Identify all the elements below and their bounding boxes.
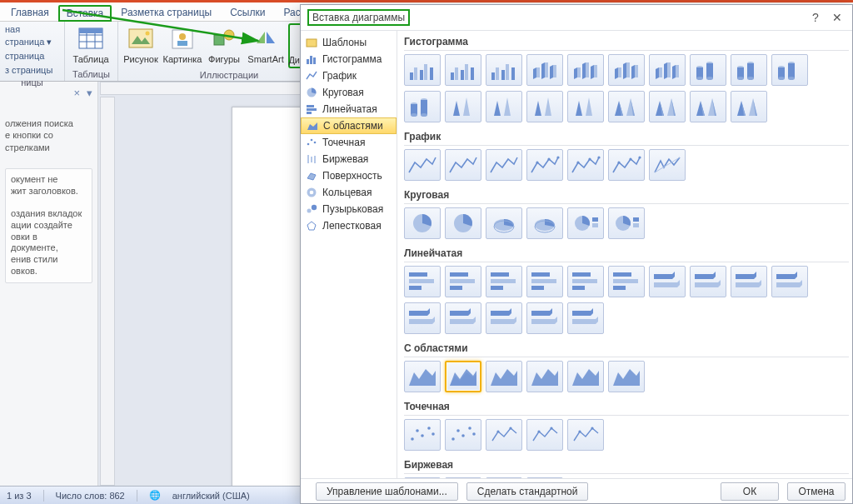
manage-templates-button[interactable]: Управление шаблонами... xyxy=(316,482,458,501)
cat-templates[interactable]: Шаблоны xyxy=(301,34,397,51)
chart-thumb[interactable] xyxy=(690,266,726,297)
chart-thumb[interactable] xyxy=(771,266,808,297)
tab-links[interactable]: Ссылки xyxy=(221,3,274,21)
chart-thumb[interactable] xyxy=(649,54,686,86)
cat-line[interactable]: График xyxy=(301,67,397,84)
status-words[interactable]: Число слов: 862 xyxy=(56,491,125,501)
chart-thumb[interactable] xyxy=(608,149,645,181)
cat-pie[interactable]: Круговая xyxy=(301,84,397,101)
chart-thumb[interactable] xyxy=(608,266,645,297)
nav-cover-page[interactable]: ная страница ▾ xyxy=(5,23,61,48)
chart-thumb[interactable] xyxy=(567,361,604,392)
dialog-help-button[interactable]: ? xyxy=(806,8,826,27)
chart-thumb[interactable] xyxy=(567,302,604,334)
chart-thumb[interactable] xyxy=(486,149,522,181)
chart-thumb[interactable] xyxy=(404,207,441,239)
chart-thumb[interactable] xyxy=(567,419,604,451)
chart-thumb[interactable] xyxy=(404,419,441,451)
chart-thumb[interactable] xyxy=(445,207,481,239)
chart-thumb[interactable] xyxy=(608,361,645,392)
chart-thumb[interactable] xyxy=(771,54,808,86)
chart-thumb[interactable] xyxy=(649,149,686,181)
chart-thumb[interactable] xyxy=(445,302,481,334)
table-button[interactable]: Таблица xyxy=(68,23,113,67)
chart-thumb[interactable] xyxy=(608,207,645,239)
chart-thumb[interactable] xyxy=(526,54,563,86)
chart-thumb[interactable] xyxy=(649,91,686,122)
chart-thumb[interactable] xyxy=(567,91,604,122)
cat-scatter[interactable]: Точечная xyxy=(301,134,397,151)
svg-rect-163 xyxy=(572,286,585,290)
nav-dropdown-icon[interactable]: ▾ xyxy=(87,87,92,99)
cat-stock[interactable]: Биржевая xyxy=(301,151,397,167)
dialog-close-button[interactable]: ✕ xyxy=(827,8,847,27)
chart-thumb[interactable] xyxy=(404,54,441,86)
chart-thumb[interactable] xyxy=(486,361,522,392)
chart-thumb[interactable] xyxy=(486,266,522,297)
chart-thumb[interactable] xyxy=(445,419,481,451)
chart-thumb[interactable] xyxy=(445,361,481,392)
chart-thumb[interactable] xyxy=(404,266,441,297)
clipart-button[interactable]: Картинка xyxy=(162,23,203,67)
chart-thumb[interactable] xyxy=(445,91,481,122)
picture-icon xyxy=(127,26,154,52)
svg-point-134 xyxy=(617,161,620,163)
nav-page-break[interactable]: з страницы xyxy=(5,64,52,77)
chart-thumb[interactable] xyxy=(690,91,726,122)
status-page[interactable]: 1 из 3 xyxy=(7,491,32,501)
tab-home[interactable]: Главная xyxy=(2,3,58,21)
cancel-button[interactable]: Отмена xyxy=(787,482,846,501)
set-default-button[interactable]: Сделать стандартной xyxy=(466,482,589,501)
chart-thumb[interactable] xyxy=(404,361,441,392)
chart-thumb[interactable] xyxy=(404,302,441,334)
chart-thumb[interactable] xyxy=(486,419,522,451)
chart-thumb[interactable] xyxy=(649,266,686,297)
chart-thumb[interactable] xyxy=(608,54,645,86)
chart-thumb[interactable] xyxy=(526,266,563,297)
nav-close-icon[interactable]: × xyxy=(73,87,80,99)
cat-bubble[interactable]: Пузырьковая xyxy=(301,201,397,217)
tab-layout[interactable]: Разметка страницы xyxy=(112,3,221,21)
cat-radar[interactable]: Лепестковая xyxy=(301,217,397,234)
chart-gallery[interactable]: Гистограмма График Круговая Линейчатая С… xyxy=(397,31,852,478)
chart-thumb[interactable] xyxy=(526,91,563,122)
group-pages: ницы xyxy=(3,76,61,89)
chart-thumb[interactable] xyxy=(690,54,726,86)
ok-button[interactable]: ОК xyxy=(721,482,779,501)
chart-thumb[interactable] xyxy=(608,91,645,122)
chart-thumb[interactable] xyxy=(731,91,767,122)
chart-thumb[interactable] xyxy=(445,54,481,86)
chart-thumb[interactable] xyxy=(731,54,767,86)
chart-thumb[interactable] xyxy=(526,419,563,451)
chart-thumb[interactable] xyxy=(404,149,441,181)
chart-thumb[interactable] xyxy=(486,54,522,86)
svg-marker-72 xyxy=(631,65,635,79)
chart-thumb[interactable] xyxy=(526,207,563,239)
chart-thumb[interactable] xyxy=(526,302,563,334)
cat-bar[interactable]: Линейчатая xyxy=(301,101,397,117)
cat-donut[interactable]: Кольцевая xyxy=(301,184,397,201)
cat-column[interactable]: Гистограмма xyxy=(301,51,397,67)
chart-thumb[interactable] xyxy=(567,54,604,86)
chart-thumb[interactable] xyxy=(526,361,563,392)
cat-area[interactable]: С областями xyxy=(301,117,397,134)
chart-thumb[interactable] xyxy=(567,149,604,181)
chart-thumb[interactable] xyxy=(486,302,522,334)
chart-thumb[interactable] xyxy=(526,149,563,181)
chart-thumb[interactable] xyxy=(445,266,481,297)
status-language[interactable]: английский (США) xyxy=(172,491,250,501)
smartart-button[interactable]: SmartArt xyxy=(245,23,287,67)
chart-thumb[interactable] xyxy=(445,149,481,181)
chart-thumb[interactable] xyxy=(567,207,604,239)
chart-thumb[interactable] xyxy=(731,266,767,297)
chart-thumb[interactable] xyxy=(486,91,522,122)
tab-insert[interactable]: Вставка xyxy=(58,5,112,22)
chart-thumb[interactable] xyxy=(567,266,604,297)
svg-rect-151 xyxy=(409,286,422,290)
shapes-button[interactable]: Фигуры xyxy=(205,23,243,67)
chart-thumb[interactable] xyxy=(404,91,441,122)
chart-thumb[interactable] xyxy=(486,207,522,239)
nav-blank-page[interactable]: страница xyxy=(5,50,44,62)
cat-surface[interactable]: Поверхность xyxy=(301,167,397,184)
picture-button[interactable]: Рисунок xyxy=(122,23,160,67)
